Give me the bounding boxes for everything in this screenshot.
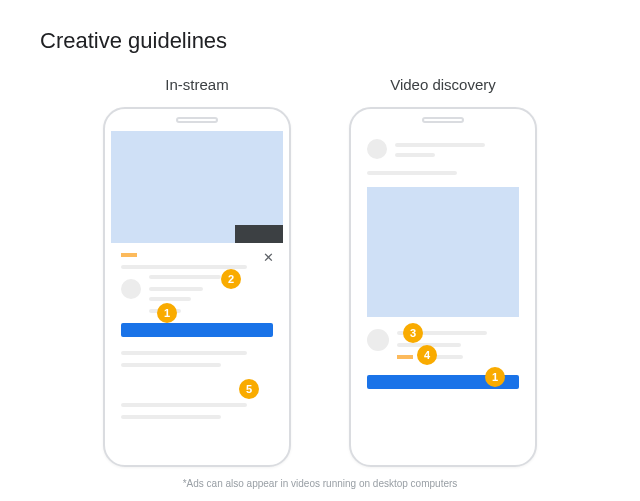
ad-tag [397, 355, 413, 359]
phone-screen-discovery: 3 4 1 [357, 131, 529, 459]
close-icon[interactable]: ✕ [261, 251, 275, 265]
text-line [149, 275, 221, 279]
avatar-placeholder [367, 329, 389, 351]
badge-3: 3 [403, 323, 423, 343]
text-line [121, 403, 247, 407]
text-line [149, 297, 191, 301]
text-line [395, 143, 485, 147]
avatar-placeholder [367, 139, 387, 159]
avatar-placeholder [121, 279, 141, 299]
text-line [121, 351, 247, 355]
text-line [121, 415, 221, 419]
video-overlay-bar [235, 225, 283, 243]
badge-5: 5 [239, 379, 259, 399]
text-line [149, 287, 203, 291]
text-line [367, 171, 457, 175]
ad-tag [121, 253, 137, 257]
badge-2: 2 [221, 269, 241, 289]
badge-1: 1 [485, 367, 505, 387]
badge-1: 1 [157, 303, 177, 323]
column-label-discovery: Video discovery [390, 76, 496, 93]
badge-4: 4 [417, 345, 437, 365]
phone-speaker [422, 117, 464, 123]
thumbnail-placeholder [367, 187, 519, 317]
phone-instream: ✕ 2 1 5 [103, 107, 291, 467]
text-line [121, 363, 221, 367]
phones-row: In-stream ✕ [40, 76, 600, 467]
column-label-instream: In-stream [165, 76, 228, 93]
page-title: Creative guidelines [40, 28, 600, 54]
phone-screen-instream: ✕ 2 1 5 [111, 131, 283, 459]
phone-discovery: 3 4 1 [349, 107, 537, 467]
text-line [395, 153, 435, 157]
phone-speaker [176, 117, 218, 123]
footnote: *Ads can also appear in videos running o… [0, 478, 640, 489]
column-discovery: Video discovery 3 4 [349, 76, 537, 467]
cta-button[interactable] [121, 323, 273, 337]
column-instream: In-stream ✕ [103, 76, 291, 467]
